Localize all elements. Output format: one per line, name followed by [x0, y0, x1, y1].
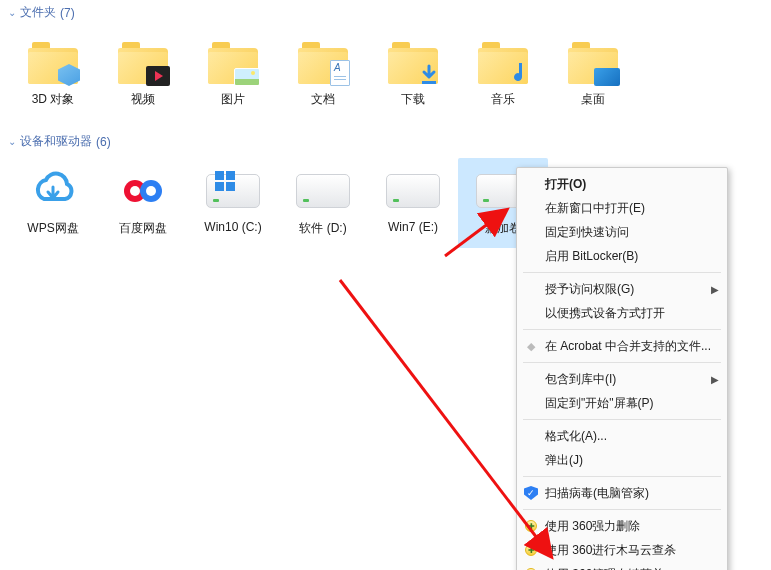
folder-label: 音乐 [491, 91, 515, 108]
menu-item[interactable]: 弹出(J) [517, 448, 727, 472]
drive-icon [386, 174, 440, 208]
folder-icon [113, 35, 173, 89]
menu-item[interactable]: ✚使用 360进行木马云查杀 [517, 538, 727, 562]
folder-icon [473, 35, 533, 89]
section-title: 文件夹 [20, 4, 56, 21]
section-count: (6) [96, 135, 111, 149]
context-menu: 打开(O)在新窗口中打开(E)固定到快速访问启用 BitLocker(B)授予访… [516, 167, 728, 570]
svg-point-4 [146, 186, 156, 196]
section-title: 设备和驱动器 [20, 133, 92, 150]
drive-item[interactable]: Win10 (C:) [188, 158, 278, 248]
folder-icon [563, 35, 623, 89]
menu-item-label: 以便携式设备方式打开 [545, 305, 665, 322]
svg-rect-7 [215, 182, 224, 191]
submenu-arrow-icon: ▶ [711, 374, 719, 385]
drive-label: 软件 (D:) [299, 220, 346, 237]
drive-icon [296, 174, 350, 208]
menu-item-label: 在新窗口中打开(E) [545, 200, 645, 217]
menu-item[interactable]: 启用 BitLocker(B) [517, 244, 727, 268]
menu-item[interactable]: 格式化(A)... [517, 424, 727, 448]
menu-item[interactable]: 在新窗口中打开(E) [517, 196, 727, 220]
menu-separator [523, 509, 721, 510]
folder-label: 下载 [401, 91, 425, 108]
menu-separator [523, 329, 721, 330]
menu-item-label: 在 Acrobat 中合并支持的文件... [545, 338, 711, 355]
menu-item[interactable]: 打开(O) [517, 172, 727, 196]
dot-icon: ✚ [523, 542, 539, 558]
drive-icon [206, 174, 260, 208]
menu-item-label: 格式化(A)... [545, 428, 607, 445]
menu-item[interactable]: ✚使用 360强力删除 [517, 514, 727, 538]
drive-item[interactable]: 软件 (D:) [278, 158, 368, 248]
folder-item[interactable]: 文档 [278, 29, 368, 119]
folder-label: 视频 [131, 91, 155, 108]
folder-item[interactable]: 音乐 [458, 29, 548, 119]
folder-label: 桌面 [581, 91, 605, 108]
svg-rect-8 [226, 182, 235, 191]
chevron-down-icon: ⌄ [8, 7, 16, 18]
menu-item-label: 启用 BitLocker(B) [545, 248, 638, 265]
drive-label: Win7 (E:) [388, 220, 438, 234]
folder-icon [383, 35, 443, 89]
menu-item[interactable]: 授予访问权限(G)▶ [517, 277, 727, 301]
menu-item[interactable]: 以便携式设备方式打开 [517, 301, 727, 325]
menu-item[interactable]: ◆在 Acrobat 中合并支持的文件... [517, 334, 727, 358]
drive-item[interactable]: Win7 (E:) [368, 158, 458, 248]
drive-label: Win10 (C:) [204, 220, 261, 234]
folder-item[interactable]: 下载 [368, 29, 458, 119]
menu-separator [523, 476, 721, 477]
menu-item-label: 扫描病毒(电脑管家) [545, 485, 649, 502]
folder-icon [23, 35, 83, 89]
menu-separator [523, 272, 721, 273]
wps-cloud-icon [29, 171, 77, 211]
menu-item-label: 使用 360进行木马云查杀 [545, 542, 676, 559]
drive-item[interactable]: WPS网盘 [8, 158, 98, 248]
menu-item-label: 弹出(J) [545, 452, 583, 469]
acrobat-icon: ◆ [523, 338, 539, 354]
section-count: (7) [60, 6, 75, 20]
folder-icon [293, 35, 353, 89]
menu-separator [523, 362, 721, 363]
folder-item[interactable]: 图片 [188, 29, 278, 119]
folder-item[interactable]: 视频 [98, 29, 188, 119]
folder-label: 图片 [221, 91, 245, 108]
section-header-folders[interactable]: ⌄ 文件夹 (7) [0, 0, 771, 25]
menu-item-label: 授予访问权限(G) [545, 281, 634, 298]
menu-item-label: 使用 360强力删除 [545, 518, 640, 535]
menu-separator [523, 419, 721, 420]
menu-item[interactable]: 固定到"开始"屏幕(P) [517, 391, 727, 415]
menu-item[interactable]: 固定到快速访问 [517, 220, 727, 244]
submenu-arrow-icon: ▶ [711, 284, 719, 295]
dot-icon: ✚ [523, 566, 539, 570]
folder-icon [203, 35, 263, 89]
dot-icon: ✚ [523, 518, 539, 534]
menu-item-label: 使用 360管理右键菜单 [545, 566, 664, 571]
svg-rect-5 [215, 171, 224, 180]
shield-icon [523, 485, 539, 501]
menu-item-label: 固定到快速访问 [545, 224, 629, 241]
drive-item[interactable]: 百度网盘 [98, 158, 188, 248]
svg-rect-0 [422, 81, 436, 84]
baidu-netdisk-icon [118, 169, 168, 213]
menu-item[interactable]: ✚使用 360管理右键菜单 [517, 562, 727, 570]
chevron-down-icon: ⌄ [8, 136, 16, 147]
section-header-devices[interactable]: ⌄ 设备和驱动器 (6) [0, 129, 771, 154]
folder-item[interactable]: 桌面 [548, 29, 638, 119]
svg-point-3 [130, 186, 140, 196]
menu-item-label: 包含到库中(I) [545, 371, 616, 388]
drive-label: WPS网盘 [27, 220, 78, 237]
menu-item[interactable]: 扫描病毒(电脑管家) [517, 481, 727, 505]
menu-item-label: 打开(O) [545, 176, 586, 193]
drive-label: 百度网盘 [119, 220, 167, 237]
menu-item-label: 固定到"开始"屏幕(P) [545, 395, 654, 412]
folder-item[interactable]: 3D 对象 [8, 29, 98, 119]
menu-item[interactable]: 包含到库中(I)▶ [517, 367, 727, 391]
folder-label: 3D 对象 [32, 91, 75, 108]
folder-label: 文档 [311, 91, 335, 108]
folders-grid: 3D 对象视频图片文档下载音乐桌面 [0, 25, 771, 129]
svg-rect-6 [226, 171, 235, 180]
